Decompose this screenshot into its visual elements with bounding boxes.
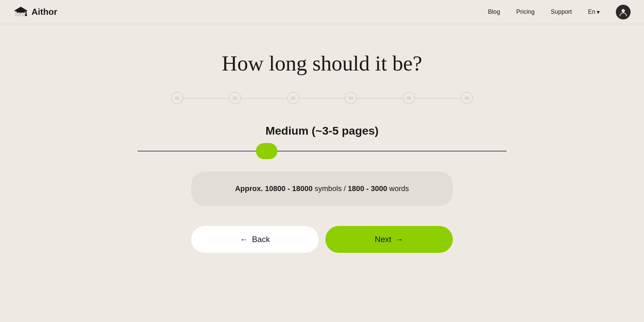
main-content: How long should it be? 01 02 03 04 05 06… xyxy=(0,24,644,253)
step-3: 03 xyxy=(287,92,299,104)
button-row: ← Back Next → xyxy=(191,226,453,253)
header: Aithor Blog Pricing Support En ▾ xyxy=(0,0,644,24)
info-box: Approx. 10800 - 18000 symbols / 1800 - 3… xyxy=(191,172,453,206)
selection-label: Medium (~3-5 pages) xyxy=(265,124,378,137)
slider-thumb[interactable] xyxy=(256,143,277,159)
nav-pricing[interactable]: Pricing xyxy=(516,8,535,15)
chevron-down-icon: ▾ xyxy=(597,8,600,16)
user-avatar[interactable] xyxy=(616,5,631,19)
avatar-icon xyxy=(619,7,628,17)
back-button-label: Back xyxy=(252,235,270,244)
step-line-4 xyxy=(357,98,403,98)
back-arrow-icon: ← xyxy=(240,235,248,244)
logo-text: Aithor xyxy=(32,7,57,17)
svg-point-4 xyxy=(622,9,625,12)
nav-language-selector[interactable]: En ▾ xyxy=(588,8,600,16)
slider-container[interactable] xyxy=(138,151,506,151)
stepper: 01 02 03 04 05 06 xyxy=(171,92,473,104)
step-4: 04 xyxy=(345,92,357,104)
back-button[interactable]: ← Back xyxy=(191,226,319,253)
step-line-3 xyxy=(299,98,345,98)
svg-point-3 xyxy=(25,14,27,16)
step-line-5 xyxy=(415,98,461,98)
step-1: 01 xyxy=(171,92,183,104)
nav: Blog Pricing Support En ▾ xyxy=(488,5,631,19)
step-2: 02 xyxy=(229,92,241,104)
nav-lang-label: En xyxy=(588,8,595,15)
nav-blog[interactable]: Blog xyxy=(488,8,500,15)
step-line-1 xyxy=(183,98,229,98)
next-arrow-icon: → xyxy=(395,235,404,244)
step-5: 05 xyxy=(403,92,415,104)
nav-support[interactable]: Support xyxy=(551,8,572,15)
next-button-label: Next xyxy=(375,235,391,244)
step-line-2 xyxy=(241,98,287,98)
info-text: Approx. 10800 - 18000 symbols / 1800 - 3… xyxy=(211,184,433,193)
logo-icon xyxy=(13,5,28,19)
logo[interactable]: Aithor xyxy=(13,5,57,19)
slider-track xyxy=(138,151,506,151)
next-button[interactable]: Next → xyxy=(325,226,453,253)
page-title: How long should it be? xyxy=(222,51,422,76)
step-6: 06 xyxy=(461,92,473,104)
